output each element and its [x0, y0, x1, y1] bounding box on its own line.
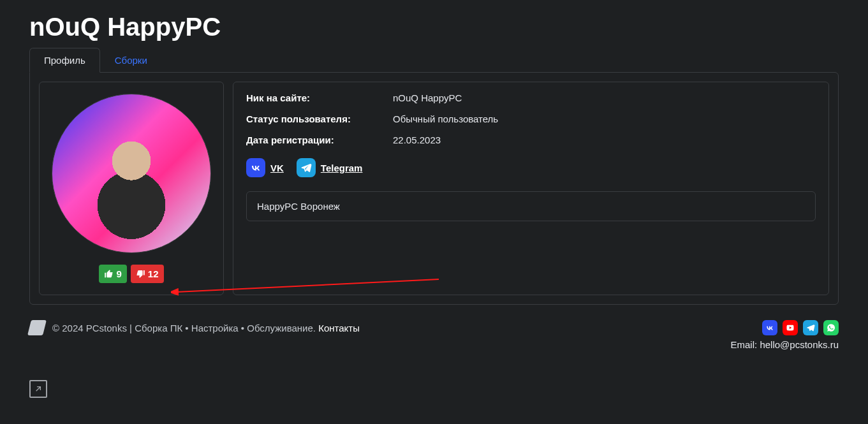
vk-label: VK [270, 163, 284, 173]
footer-whatsapp-icon[interactable] [823, 320, 839, 335]
nick-value: nOuQ HappyPC [393, 92, 462, 103]
footer-contacts-link[interactable]: Контакты [318, 323, 360, 333]
profile-panel: Профиль Сборки 9 12 [29, 48, 839, 305]
telegram-link[interactable]: Telegram [297, 158, 363, 177]
status-label: Статус пользователя: [246, 113, 393, 124]
thumb-up-icon [104, 269, 114, 279]
upvote-button[interactable]: 9 [99, 265, 126, 283]
page-title: nOuQ HappyPC [29, 13, 839, 41]
downvote-button[interactable]: 12 [131, 265, 164, 283]
external-link-icon[interactable] [29, 380, 47, 398]
footer-vk-icon[interactable] [762, 320, 777, 335]
bio: HappyPC Воронеж [246, 191, 816, 221]
thumb-down-icon [136, 269, 145, 279]
footer: © 2024 PCstonks | Сборка ПК • Настройка … [29, 320, 839, 350]
footer-telegram-icon[interactable] [803, 320, 818, 335]
telegram-label: Telegram [321, 163, 363, 173]
telegram-icon [297, 158, 316, 177]
footer-email-label: Email: [731, 339, 760, 350]
downvote-count: 12 [148, 268, 159, 279]
vk-link[interactable]: VK [246, 158, 284, 177]
upvote-count: 9 [116, 268, 121, 279]
nick-label: Ник на сайте: [246, 92, 393, 103]
tab-profile[interactable]: Профиль [29, 48, 100, 73]
regdate-label: Дата регистрации: [246, 135, 393, 145]
footer-logo-icon [27, 320, 47, 335]
avatar-card: 9 12 [39, 82, 224, 295]
footer-email: hello@pcstonks.ru [760, 339, 839, 350]
footer-copyright: © 2024 PCstonks | Сборка ПК • Настройка … [52, 323, 316, 333]
tab-builds[interactable]: Сборки [100, 48, 162, 73]
avatar [52, 94, 211, 253]
footer-youtube-icon[interactable] [783, 320, 798, 335]
regdate-value: 22.05.2023 [393, 135, 441, 145]
status-value: Обычный пользователь [393, 113, 498, 124]
vk-icon [246, 158, 265, 177]
info-card: Ник на сайте: nOuQ HappyPC Статус пользо… [233, 82, 829, 295]
